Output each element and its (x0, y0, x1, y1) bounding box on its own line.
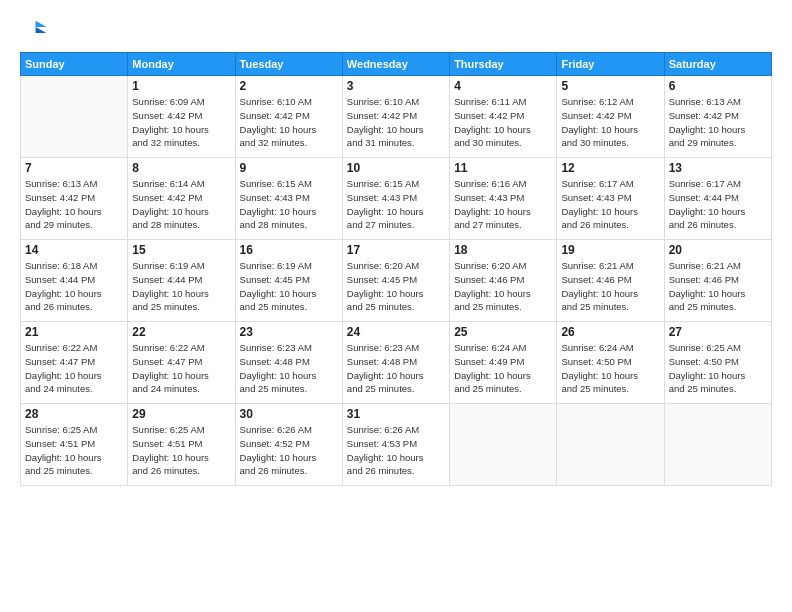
weekday-header-saturday: Saturday (664, 53, 771, 76)
calendar-cell: 27Sunrise: 6:25 AMSunset: 4:50 PMDayligh… (664, 322, 771, 404)
calendar-cell: 31Sunrise: 6:26 AMSunset: 4:53 PMDayligh… (342, 404, 449, 486)
day-number: 23 (240, 325, 338, 339)
calendar-cell: 5Sunrise: 6:12 AMSunset: 4:42 PMDaylight… (557, 76, 664, 158)
day-number: 9 (240, 161, 338, 175)
day-info: Sunrise: 6:25 AMSunset: 4:51 PMDaylight:… (132, 423, 230, 478)
day-number: 19 (561, 243, 659, 257)
weekday-header-wednesday: Wednesday (342, 53, 449, 76)
calendar-cell: 20Sunrise: 6:21 AMSunset: 4:46 PMDayligh… (664, 240, 771, 322)
weekday-header-friday: Friday (557, 53, 664, 76)
day-number: 15 (132, 243, 230, 257)
day-info: Sunrise: 6:22 AMSunset: 4:47 PMDaylight:… (25, 341, 123, 396)
day-info: Sunrise: 6:18 AMSunset: 4:44 PMDaylight:… (25, 259, 123, 314)
calendar-cell: 28Sunrise: 6:25 AMSunset: 4:51 PMDayligh… (21, 404, 128, 486)
day-number: 24 (347, 325, 445, 339)
day-info: Sunrise: 6:10 AMSunset: 4:42 PMDaylight:… (347, 95, 445, 150)
day-info: Sunrise: 6:26 AMSunset: 4:52 PMDaylight:… (240, 423, 338, 478)
day-info: Sunrise: 6:13 AMSunset: 4:42 PMDaylight:… (25, 177, 123, 232)
calendar-cell: 15Sunrise: 6:19 AMSunset: 4:44 PMDayligh… (128, 240, 235, 322)
logo-icon (20, 16, 48, 44)
weekday-header-monday: Monday (128, 53, 235, 76)
calendar-cell (450, 404, 557, 486)
day-number: 1 (132, 79, 230, 93)
calendar-cell: 22Sunrise: 6:22 AMSunset: 4:47 PMDayligh… (128, 322, 235, 404)
day-number: 13 (669, 161, 767, 175)
day-number: 16 (240, 243, 338, 257)
calendar-cell (21, 76, 128, 158)
week-row-1: 1Sunrise: 6:09 AMSunset: 4:42 PMDaylight… (21, 76, 772, 158)
calendar-cell: 8Sunrise: 6:14 AMSunset: 4:42 PMDaylight… (128, 158, 235, 240)
calendar-cell: 2Sunrise: 6:10 AMSunset: 4:42 PMDaylight… (235, 76, 342, 158)
day-number: 7 (25, 161, 123, 175)
calendar-cell (664, 404, 771, 486)
logo (20, 16, 52, 44)
day-info: Sunrise: 6:21 AMSunset: 4:46 PMDaylight:… (561, 259, 659, 314)
calendar-cell: 9Sunrise: 6:15 AMSunset: 4:43 PMDaylight… (235, 158, 342, 240)
day-number: 14 (25, 243, 123, 257)
page: SundayMondayTuesdayWednesdayThursdayFrid… (0, 0, 792, 612)
weekday-header-row: SundayMondayTuesdayWednesdayThursdayFrid… (21, 53, 772, 76)
calendar-cell: 10Sunrise: 6:15 AMSunset: 4:43 PMDayligh… (342, 158, 449, 240)
day-number: 30 (240, 407, 338, 421)
calendar-cell: 30Sunrise: 6:26 AMSunset: 4:52 PMDayligh… (235, 404, 342, 486)
day-info: Sunrise: 6:25 AMSunset: 4:51 PMDaylight:… (25, 423, 123, 478)
day-info: Sunrise: 6:12 AMSunset: 4:42 PMDaylight:… (561, 95, 659, 150)
calendar-cell: 16Sunrise: 6:19 AMSunset: 4:45 PMDayligh… (235, 240, 342, 322)
weekday-header-thursday: Thursday (450, 53, 557, 76)
calendar-cell: 25Sunrise: 6:24 AMSunset: 4:49 PMDayligh… (450, 322, 557, 404)
weekday-header-sunday: Sunday (21, 53, 128, 76)
svg-marker-0 (36, 21, 47, 27)
day-info: Sunrise: 6:15 AMSunset: 4:43 PMDaylight:… (347, 177, 445, 232)
day-info: Sunrise: 6:23 AMSunset: 4:48 PMDaylight:… (347, 341, 445, 396)
day-info: Sunrise: 6:20 AMSunset: 4:46 PMDaylight:… (454, 259, 552, 314)
day-number: 25 (454, 325, 552, 339)
calendar-cell (557, 404, 664, 486)
day-number: 8 (132, 161, 230, 175)
calendar-cell: 17Sunrise: 6:20 AMSunset: 4:45 PMDayligh… (342, 240, 449, 322)
day-info: Sunrise: 6:19 AMSunset: 4:45 PMDaylight:… (240, 259, 338, 314)
day-number: 26 (561, 325, 659, 339)
week-row-5: 28Sunrise: 6:25 AMSunset: 4:51 PMDayligh… (21, 404, 772, 486)
day-info: Sunrise: 6:16 AMSunset: 4:43 PMDaylight:… (454, 177, 552, 232)
day-info: Sunrise: 6:15 AMSunset: 4:43 PMDaylight:… (240, 177, 338, 232)
week-row-3: 14Sunrise: 6:18 AMSunset: 4:44 PMDayligh… (21, 240, 772, 322)
day-number: 22 (132, 325, 230, 339)
calendar-cell: 13Sunrise: 6:17 AMSunset: 4:44 PMDayligh… (664, 158, 771, 240)
day-info: Sunrise: 6:23 AMSunset: 4:48 PMDaylight:… (240, 341, 338, 396)
day-number: 6 (669, 79, 767, 93)
calendar-cell: 12Sunrise: 6:17 AMSunset: 4:43 PMDayligh… (557, 158, 664, 240)
week-row-2: 7Sunrise: 6:13 AMSunset: 4:42 PMDaylight… (21, 158, 772, 240)
day-info: Sunrise: 6:10 AMSunset: 4:42 PMDaylight:… (240, 95, 338, 150)
svg-marker-1 (36, 27, 47, 33)
day-number: 27 (669, 325, 767, 339)
calendar-cell: 26Sunrise: 6:24 AMSunset: 4:50 PMDayligh… (557, 322, 664, 404)
calendar: SundayMondayTuesdayWednesdayThursdayFrid… (20, 52, 772, 486)
calendar-cell: 11Sunrise: 6:16 AMSunset: 4:43 PMDayligh… (450, 158, 557, 240)
day-info: Sunrise: 6:19 AMSunset: 4:44 PMDaylight:… (132, 259, 230, 314)
weekday-header-tuesday: Tuesday (235, 53, 342, 76)
day-info: Sunrise: 6:09 AMSunset: 4:42 PMDaylight:… (132, 95, 230, 150)
day-number: 29 (132, 407, 230, 421)
day-number: 4 (454, 79, 552, 93)
day-number: 18 (454, 243, 552, 257)
week-row-4: 21Sunrise: 6:22 AMSunset: 4:47 PMDayligh… (21, 322, 772, 404)
day-number: 11 (454, 161, 552, 175)
day-info: Sunrise: 6:24 AMSunset: 4:49 PMDaylight:… (454, 341, 552, 396)
day-number: 2 (240, 79, 338, 93)
calendar-cell: 24Sunrise: 6:23 AMSunset: 4:48 PMDayligh… (342, 322, 449, 404)
day-number: 28 (25, 407, 123, 421)
day-info: Sunrise: 6:17 AMSunset: 4:43 PMDaylight:… (561, 177, 659, 232)
calendar-cell: 6Sunrise: 6:13 AMSunset: 4:42 PMDaylight… (664, 76, 771, 158)
day-info: Sunrise: 6:25 AMSunset: 4:50 PMDaylight:… (669, 341, 767, 396)
header (20, 16, 772, 44)
day-info: Sunrise: 6:24 AMSunset: 4:50 PMDaylight:… (561, 341, 659, 396)
day-info: Sunrise: 6:20 AMSunset: 4:45 PMDaylight:… (347, 259, 445, 314)
day-info: Sunrise: 6:26 AMSunset: 4:53 PMDaylight:… (347, 423, 445, 478)
calendar-cell: 7Sunrise: 6:13 AMSunset: 4:42 PMDaylight… (21, 158, 128, 240)
calendar-cell: 19Sunrise: 6:21 AMSunset: 4:46 PMDayligh… (557, 240, 664, 322)
day-info: Sunrise: 6:21 AMSunset: 4:46 PMDaylight:… (669, 259, 767, 314)
calendar-cell: 4Sunrise: 6:11 AMSunset: 4:42 PMDaylight… (450, 76, 557, 158)
calendar-cell: 23Sunrise: 6:23 AMSunset: 4:48 PMDayligh… (235, 322, 342, 404)
day-number: 3 (347, 79, 445, 93)
calendar-cell: 18Sunrise: 6:20 AMSunset: 4:46 PMDayligh… (450, 240, 557, 322)
